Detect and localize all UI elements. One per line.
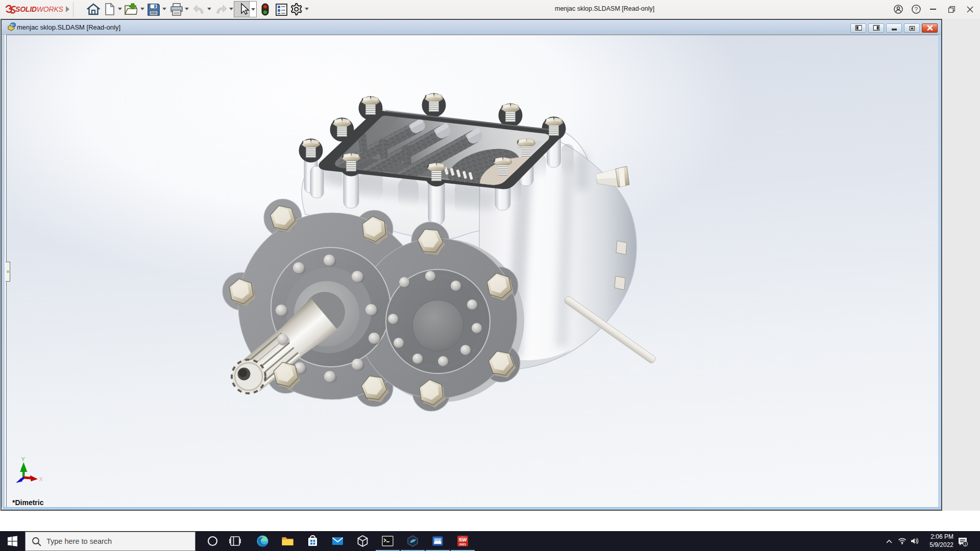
svg-text:1: 1: [964, 542, 966, 546]
svg-text:SW: SW: [459, 537, 467, 542]
svg-text:X: X: [39, 476, 43, 482]
svg-text:2021: 2021: [459, 543, 467, 546]
svg-text:Y: Y: [21, 456, 26, 462]
